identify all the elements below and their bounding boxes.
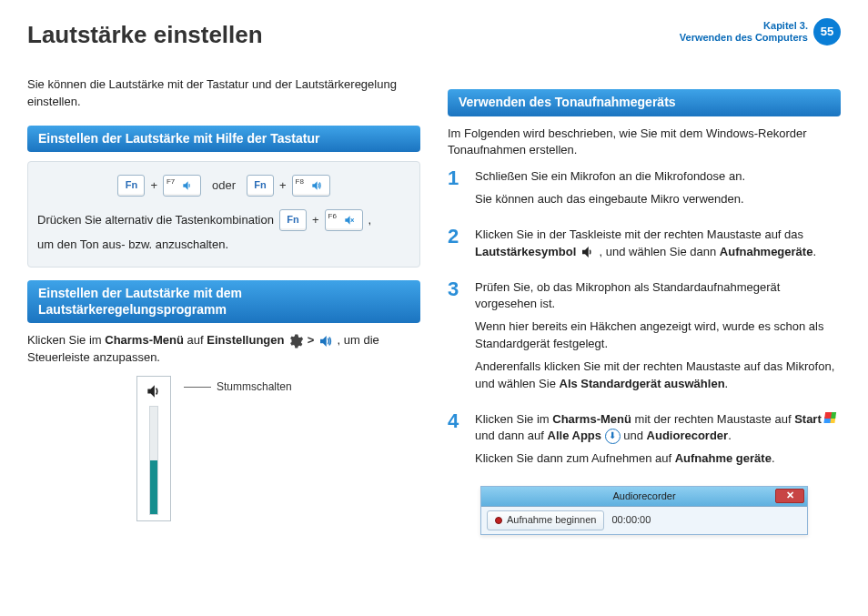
speaker-small-icon: [580, 244, 596, 260]
volume-control[interactable]: [136, 376, 171, 521]
key-fn-2: Fn: [247, 175, 274, 197]
step3-p2: Wenn hier bereits ein Häkchen angezeigt …: [475, 318, 841, 353]
intro-text: Sie können die Lautstärke mit der Tastat…: [27, 76, 420, 111]
recorder-intro: Im Folgenden wird beschrieben, wie Sie m…: [448, 126, 841, 160]
step3-p1: Prüfen Sie, ob das Mikrophon als Standar…: [475, 279, 841, 314]
start-label: Start: [794, 412, 822, 426]
t: Klicken Sie im: [27, 333, 105, 347]
key-f6: F6: [325, 209, 363, 231]
all-apps-icon: ⬇: [605, 429, 621, 444]
t: , und wählen Sie dann: [600, 245, 720, 258]
start-recording-label: Aufnahme beginnen: [507, 513, 596, 528]
close-button[interactable]: ✕: [775, 489, 804, 503]
step-number: 4: [448, 411, 466, 474]
t: mit der rechten Maustaste auf: [631, 412, 794, 426]
key-fn-3: Fn: [279, 209, 307, 231]
mute-caption: Stummschalten: [217, 379, 292, 395]
t: .: [812, 245, 816, 258]
section-keyboard-title: Einstellen der Lautstärke mit Hilfe der …: [27, 126, 420, 153]
t: und dann auf: [475, 429, 548, 442]
charms-label: Charms-Menü: [552, 412, 631, 426]
mute-caption-row: Stummschalten: [184, 379, 292, 395]
step4-p2: Klicken Sie dann zum Aufnehmen auf Aufna…: [475, 450, 841, 468]
plus-sign-3: +: [312, 212, 319, 229]
chapter-line2: Verwenden des Computers: [680, 32, 808, 44]
page-header: Lautstärke einstellen Kapitel 3. Verwend…: [27, 18, 841, 64]
step-body: Klicken Sie in der Taskleiste mit der re…: [475, 227, 841, 267]
alt-text-after: um den Ton aus- bzw. anzuschalten.: [37, 237, 410, 254]
all-apps-label: Alle Apps: [548, 429, 601, 442]
audiorecorder-body: Aufnahme beginnen 00:00:00: [481, 507, 807, 534]
start-recording-button[interactable]: Aufnahme beginnen: [487, 510, 604, 530]
left-column: Sie können die Lautstärke mit der Tastat…: [27, 76, 420, 535]
step2-p1: Klicken Sie in der Taskleiste mit der re…: [475, 227, 841, 261]
windows-logo-icon: [823, 412, 840, 427]
gear-icon: [288, 333, 304, 349]
audiorecorder-titlebar: Audiorecorder ✕: [481, 487, 807, 507]
section-recorder-title: Verwenden des Tonaufnahmegeräts: [448, 89, 841, 116]
audiorecorder-window: Audiorecorder ✕ Aufnahme beginnen 00:00:…: [480, 486, 808, 535]
step-body: Schließen Sie ein Mikrofon an die Mikrof…: [475, 168, 745, 214]
step-body: Klicken Sie im Charms-Menü mit der recht…: [475, 411, 841, 474]
alt-text-pre: Drücken Sie alternativ die Tastenkombina…: [37, 212, 274, 229]
volume-track[interactable]: [149, 406, 158, 515]
step4-p1: Klicken Sie im Charms-Menü mit der recht…: [475, 411, 841, 446]
recording-devices-label: Aufnahmegeräte: [720, 245, 813, 258]
key-fn: Fn: [117, 175, 145, 197]
keyboard-shortcut-box: Fn + F7 oder Fn + F8 Drücken Sie alterna…: [27, 161, 420, 268]
recording-time: 00:00:00: [611, 513, 651, 528]
t: .: [725, 377, 729, 390]
step-number: 3: [448, 279, 466, 399]
key-f7-label: F7: [167, 177, 175, 187]
charms-instruction: Klicken Sie im Charms-Menü auf Einstellu…: [27, 332, 420, 367]
step-number: 2: [448, 227, 466, 267]
key-f7: F7: [163, 175, 201, 197]
alt-text-post: ,: [368, 212, 372, 229]
t: Klicken Sie dann zum Aufnehmen auf: [475, 451, 675, 465]
chapter-label: Kapitel 3. Verwenden des Computers: [680, 20, 808, 44]
step1-p2: Sie können auch das eingebaute Mikro ver…: [475, 191, 745, 208]
volume-up-icon: [310, 179, 323, 192]
t: Klicken Sie im: [475, 412, 552, 426]
record-devices-label: Aufnahme geräte: [675, 451, 772, 465]
step1-p1: Schließen Sie ein Mikrofon an die Mikrof…: [475, 168, 745, 186]
step3-p3: Anderenfalls klicken Sie mit der rechten…: [475, 358, 841, 393]
set-default-label: Als Standardgerät auswählen: [560, 377, 725, 390]
audiorecorder-title: Audiorecorder: [612, 490, 675, 504]
volume-fill: [150, 460, 157, 514]
key-f8-label: F8: [296, 177, 304, 187]
key-combo-row-1: Fn + F7 oder Fn + F8: [37, 175, 410, 197]
chevron-icon: >: [308, 333, 315, 347]
volume-slider-widget: Stummschalten: [136, 376, 420, 521]
leader-line: [184, 387, 211, 388]
or-label: oder: [207, 177, 241, 195]
key-combo-row-2: Drücken Sie alternativ die Tastenkombina…: [37, 209, 410, 231]
key-f6-label: F6: [328, 211, 337, 222]
step-3: 3 Prüfen Sie, ob das Mikrophon als Stand…: [448, 279, 841, 399]
chapter-line1: Kapitel 3.: [680, 20, 808, 32]
t: und: [623, 429, 646, 442]
right-column: Verwenden des Tonaufnahmegeräts Im Folge…: [448, 76, 841, 535]
settings-label: Einstellungen: [207, 333, 284, 347]
audiorecorder-label: Audiorecorder: [647, 429, 729, 442]
charms-menu-label: Charms-Menü: [105, 333, 184, 347]
volume-symbol-label: Lautstärkesymbol: [475, 245, 576, 258]
step-number: 1: [448, 168, 466, 214]
page-number-badge: 55: [813, 18, 841, 45]
steps-list: 1 Schließen Sie ein Mikrofon an die Mikr…: [448, 168, 841, 473]
step-1: 1 Schließen Sie ein Mikrofon an die Mikr…: [448, 168, 841, 214]
t: .: [772, 451, 775, 465]
key-f8: F8: [292, 175, 330, 197]
volume-icon: [318, 333, 334, 349]
step-4: 4 Klicken Sie im Charms-Menü mit der rec…: [448, 411, 841, 474]
header-right: Kapitel 3. Verwenden des Computers 55: [680, 18, 841, 45]
close-icon: ✕: [786, 489, 794, 503]
plus-sign: +: [150, 177, 157, 195]
speaker-icon[interactable]: [145, 382, 163, 400]
page-title: Lautstärke einstellen: [27, 18, 263, 53]
section-program-title: Einstellen der Lautstärke mit dem Lautst…: [27, 280, 420, 323]
step-2: 2 Klicken Sie in der Taskleiste mit der …: [448, 227, 841, 267]
volume-down-icon: [181, 179, 194, 192]
t: Klicken Sie in der Taskleiste mit der re…: [475, 227, 803, 241]
t: auf: [184, 333, 207, 347]
